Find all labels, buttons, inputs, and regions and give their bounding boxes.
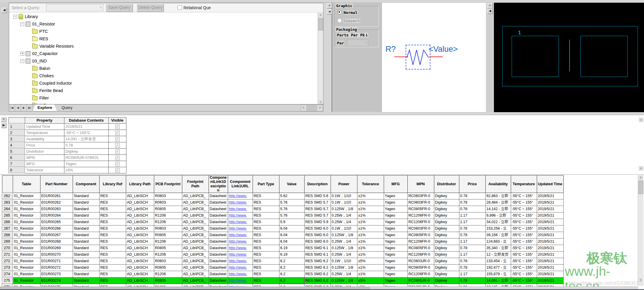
property-visible-cell[interactable]: ✓	[108, 142, 126, 148]
property-contents-cell[interactable]: 0.78	[64, 142, 108, 148]
tree-vertical-scrollbar[interactable]: ∧ ∨	[318, 13, 323, 104]
cell-table[interactable]: 01_Resistor	[13, 271, 40, 277]
cell-link-desc[interactable]: Datasheet	[209, 212, 228, 219]
property-grid-header-1[interactable]: Property	[25, 117, 64, 124]
cell-price[interactable]: 0.78	[459, 199, 485, 206]
cell-updated-time[interactable]: 2019/5/21	[537, 258, 563, 264]
checked-checkbox-icon[interactable]: ✓	[115, 162, 120, 166]
cell-power[interactable]: 0.125W，1/8	[331, 245, 357, 251]
column-header-availability[interactable]: Availability	[485, 175, 511, 193]
cell-price[interactable]: 0.78	[459, 277, 485, 284]
cell-mpn[interactable]: RC1206FR-0	[407, 212, 434, 219]
cell-library-path[interactable]: AD_Lib\SCH	[126, 251, 154, 258]
cell-description[interactable]: RES SMD 5.7	[304, 199, 331, 206]
cell-availability[interactable]: 9,896 - 立即	[485, 212, 511, 219]
cell-pcb-footprint[interactable]: R0603	[154, 258, 182, 264]
property-contents-cell[interactable]: ±5%	[64, 167, 108, 173]
cell-component[interactable]: Standard	[73, 232, 99, 238]
tree-item-variable-resistors[interactable]: Variable Resistors	[9, 42, 316, 50]
cell-component[interactable]: Standard	[73, 245, 99, 251]
cell-temperature[interactable]: -55°C ~ 155°	[511, 206, 537, 212]
cell-pcb-footprint[interactable]: R0603	[154, 199, 182, 206]
cell-availability[interactable]: 35,340 - 立即	[485, 245, 511, 251]
tree-item-library[interactable]: −Library	[9, 13, 316, 20]
cell-pcb-footprint[interactable]: R1206	[154, 271, 182, 277]
cell-library-path[interactable]: AD_Lib\SCH	[126, 193, 154, 199]
cell-mfg[interactable]: Yageo	[384, 193, 407, 199]
cell-value[interactable]: 5.9	[279, 219, 304, 225]
cell-availability[interactable]: 133,454 - 立	[485, 258, 511, 264]
scroll-left-icon[interactable]: <	[301, 105, 306, 110]
cell-link-desc[interactable]: Datasheet	[209, 232, 228, 238]
cell-value[interactable]: 5.76	[279, 206, 304, 212]
cell-library-path[interactable]: AD_Lib\SCH	[126, 258, 154, 264]
cell-footprint-path[interactable]: AD_Lib\PCB_	[182, 251, 209, 258]
cell-updated-time[interactable]: 2019/5/21	[537, 264, 563, 271]
cell-link-url[interactable]: http://www.	[228, 271, 253, 277]
cell-link-desc[interactable]: Datasheet	[209, 264, 228, 271]
checked-checkbox-icon[interactable]: ✓	[115, 156, 120, 160]
cell-link-url[interactable]: http://www.	[228, 219, 253, 225]
collapse-right-icon[interactable]: ▶	[1, 123, 6, 128]
tree-item-02-capacitor[interactable]: +02_Capacitor	[9, 50, 316, 57]
property-grid-header-3[interactable]: Visible	[108, 117, 126, 124]
cell-part-type[interactable]: RES	[253, 199, 279, 206]
cell-row[interactable]: 265	[2, 212, 13, 219]
cell-tolerance[interactable]: ±1%	[357, 212, 384, 219]
cell-temperature[interactable]: -55°C ~ 155°	[511, 245, 537, 251]
cell-updated-time[interactable]: 2019/5/21	[537, 277, 563, 284]
cell-component[interactable]: Standard	[73, 271, 99, 277]
cell-part-number[interactable]: E01R00270	[40, 251, 73, 258]
cell-footprint-path[interactable]: AD_Lib\PCB_	[182, 271, 209, 277]
checked-checkbox-icon[interactable]: ✓	[115, 137, 120, 141]
hscroll-thumb[interactable]	[306, 105, 317, 111]
cell-pcb-footprint[interactable]: R0805	[154, 264, 182, 271]
cell-price[interactable]: 1.17	[459, 238, 485, 245]
cell-pcb-footprint[interactable]: R1206	[154, 238, 182, 245]
cell-part-number[interactable]: E01R00261	[40, 193, 73, 199]
cell-value[interactable]: 6.19	[279, 251, 304, 258]
cell-availability[interactable]: 155,879 - 立	[485, 271, 511, 277]
checked-checkbox-icon[interactable]: ✓	[115, 125, 120, 129]
cell-temperature[interactable]: -55°C ~ 155°	[511, 219, 537, 225]
cell-availability[interactable]: 153,258 - 立	[485, 225, 511, 232]
cell-component[interactable]: Standard	[73, 199, 99, 206]
cell-mfg[interactable]: Yageo	[384, 206, 407, 212]
cell-price[interactable]: 1.17	[459, 271, 485, 277]
cell-power[interactable]: 0.25W，1/4	[331, 271, 357, 277]
cell-updated-time[interactable]: 2019/5/21	[537, 238, 563, 245]
property-name-cell[interactable]: MFG	[25, 161, 64, 167]
cell-library-path[interactable]: AD_Lib\SCH	[126, 232, 154, 238]
cell-mfg[interactable]: Yageo	[384, 258, 407, 264]
property-visible-cell[interactable]: ✓	[108, 136, 126, 142]
cell-updated-time[interactable]: 2019/5/21	[537, 232, 563, 238]
cell-value[interactable]: 6.04	[279, 232, 304, 238]
cell-mfg[interactable]: Yageo	[384, 219, 407, 225]
cell-library-ref[interactable]: RES	[99, 193, 126, 199]
cell-power[interactable]: 0.25W，1/4	[331, 251, 357, 258]
cell-value[interactable]: 5.62	[279, 193, 304, 199]
cell-pcb-footprint[interactable]: R1206	[154, 251, 182, 258]
cell-updated-time[interactable]: 2019/5/21	[537, 206, 563, 212]
cell-mpn[interactable]: RC0805JR-0	[407, 277, 434, 284]
column-header-component[interactable]: Component	[73, 175, 99, 193]
cell-distributor[interactable]: Digikey	[434, 193, 459, 199]
cell-footprint-path[interactable]: AD_Lib\PCB_	[182, 277, 209, 284]
cell-temperature[interactable]: -55°C ~ 155°	[511, 212, 537, 219]
cell-description[interactable]: RES SMD 6.1	[304, 245, 331, 251]
cell-row[interactable]: 269	[2, 238, 13, 245]
cell-description[interactable]: RES SMD 6.0	[304, 225, 331, 232]
cell-part-type[interactable]: RES	[253, 225, 279, 232]
cell-updated-time[interactable]: 2019/5/21	[537, 245, 563, 251]
cell-mfg[interactable]: Yageo	[384, 212, 407, 219]
property-name-cell[interactable]: Tolerance	[25, 167, 64, 173]
property-name-cell[interactable]: Availability	[25, 136, 64, 142]
property-visible-cell[interactable]: ✓	[108, 167, 126, 173]
cell-link-url[interactable]: http://www.	[228, 251, 253, 258]
property-visible-cell[interactable]: ✓	[108, 123, 126, 130]
cell-value[interactable]: 6.04	[279, 225, 304, 232]
cell-description[interactable]: RES SMD 6.2	[304, 264, 331, 271]
cell-library-path[interactable]: AD_Lib\SCH	[126, 264, 154, 271]
cell-mpn[interactable]: RC1206FR-0	[407, 219, 434, 225]
tree-horizontal-scrollbar[interactable]: < >	[301, 105, 323, 111]
